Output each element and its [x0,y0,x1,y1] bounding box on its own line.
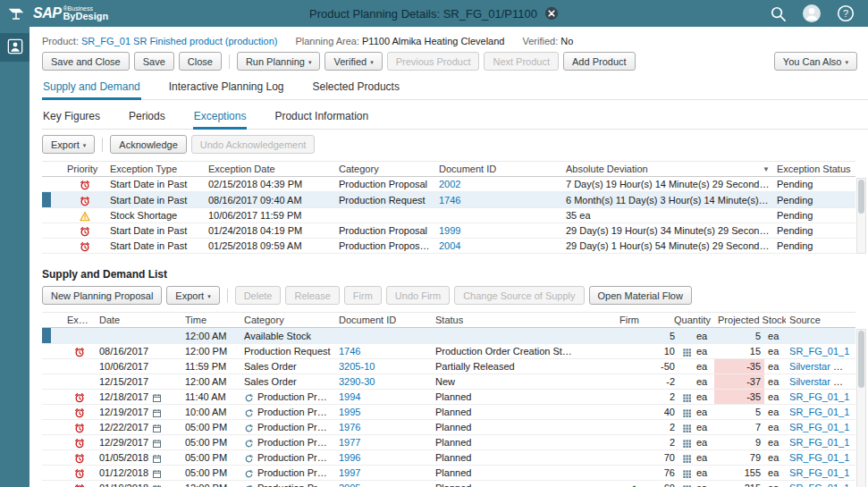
tab-selected-products[interactable]: Selected Products [312,76,400,100]
document-id-link[interactable]: 1976 [339,422,360,432]
document-id-link[interactable]: 1746 [339,346,360,357]
avatar[interactable] [802,4,822,23]
document-id-link[interactable]: 1994 [339,391,360,402]
release-button[interactable]: Release [285,286,339,305]
col-absolute-deviation[interactable]: Absolute Deviation▼ [562,162,773,177]
col-priority[interactable]: Priority [63,162,106,177]
previous-product-button[interactable]: Previous Product [387,52,480,71]
col-exception[interactable]: Except... [63,313,96,328]
supply-row[interactable]: 12/29/201705:00 PMProduction Proposal197… [42,435,855,450]
exceptions-vertical-scrollbar[interactable] [856,178,866,254]
undo-firm-button[interactable]: Undo Firm [386,286,450,305]
supply-vertical-scrollbar[interactable] [856,329,866,487]
verified-button[interactable]: Verified▾ [324,52,382,71]
col-quantity[interactable]: Quantity [643,313,714,328]
subtab-product-information[interactable]: Product Information [274,105,369,130]
save-button[interactable]: Save [134,52,174,71]
col-document-id[interactable]: Document ID [335,313,432,328]
supply-row[interactable]: 01/12/201805:00 PMProduction Proposal199… [42,466,855,481]
col-document-id[interactable]: Document ID [435,162,562,177]
source-link[interactable]: SR_FG_01_1 [789,422,849,432]
filter-icon[interactable]: ▼ [763,165,770,173]
supply-row[interactable]: 12/19/201710:00 AMProduction Proposal199… [42,405,855,420]
document-id-cell: 1999 [435,223,562,239]
undo-acknowledgement-button[interactable]: Undo Acknowledgement [191,135,316,154]
feed-icon[interactable] [7,4,25,22]
source-link[interactable]: SR_FG_01_1 [789,483,849,487]
supply-row[interactable]: 08/16/201712:00 PMProduction Request1746… [42,344,855,359]
document-id-link[interactable]: 2002 [439,179,460,189]
firm-button[interactable]: Firm [344,286,382,305]
col-exception-type[interactable]: Exception Type [106,162,205,177]
document-id-link[interactable]: 1995 [339,407,360,417]
supply-row[interactable]: 12/18/201711:40 AMProduction Proposal199… [42,390,855,405]
close-button[interactable]: Close [179,52,222,71]
close-icon[interactable] [544,6,559,21]
document-id-link[interactable]: 1977 [339,437,360,448]
subtab-periods[interactable]: Periods [128,105,166,130]
exception-row[interactable]: Start Date in Past01/24/2018 04:19 PMPro… [42,223,855,239]
change-source-of-supply-button[interactable]: Change Source of Supply [454,286,584,305]
document-id-link[interactable]: 3290-30 [339,376,375,387]
sidebar-item-planning[interactable] [0,33,29,62]
col-source[interactable]: Source [786,313,855,328]
document-id-link[interactable]: 1746 [439,195,460,206]
document-id-link[interactable]: 3205-10 [339,361,375,372]
exception-row[interactable]: Start Date in Past08/16/2017 09:40 AMPro… [42,192,855,208]
acknowledge-button[interactable]: Acknowledge [110,135,186,154]
supply-row[interactable]: 12/22/201705:00 PMProduction Proposal197… [42,420,855,435]
source-link[interactable]: SR_FG_01_1 [789,467,849,478]
scrollbar-thumb[interactable] [858,331,864,388]
help-icon[interactable]: ? [837,4,855,22]
save-and-close-button[interactable]: Save and Close [42,52,130,71]
delete-button[interactable]: Delete [235,286,282,305]
source-link[interactable]: Silverstar Whol... [789,361,855,372]
tab-supply-and-demand[interactable]: Supply and Demand [42,76,141,100]
source-link[interactable]: SR_FG_01_1 [789,346,849,357]
select-all-header[interactable] [42,313,63,328]
supply-row[interactable]: 12/15/201712:00 AMSales Order3290-30New-… [42,374,855,390]
document-id-link[interactable]: 1999 [439,225,460,236]
supply-row[interactable]: 01/19/201812:00 PMProduction Proposal (F… [42,481,855,487]
document-id-link[interactable]: 2005 [339,483,360,487]
subtab-key-figures[interactable]: Key Figures [42,105,101,130]
col-date[interactable]: Date [96,313,181,328]
you-can-also-button[interactable]: You Can Also▾ [774,52,857,71]
source-link[interactable]: SR_FG_01_1 [789,407,849,417]
exception-row[interactable]: Start Date in Past02/15/2018 04:39 PMPro… [42,177,855,192]
document-id-link[interactable]: 1997 [339,467,360,478]
col-category[interactable]: Category [240,313,335,328]
supply-row[interactable]: 12:00 AMAvailable Stock5ea5ea [42,328,855,344]
document-id-link[interactable]: 1996 [339,452,360,463]
add-product-button[interactable]: Add Product [563,52,636,71]
next-product-button[interactable]: Next Product [484,52,559,71]
source-link[interactable]: SR_FG_01_1 [789,391,849,402]
document-id-link[interactable]: 2004 [439,240,460,251]
new-planning-proposal-button[interactable]: New Planning Proposal [42,286,162,305]
supply-row[interactable]: 01/05/201805:00 PMProduction Proposal199… [42,450,855,466]
open-material-flow-button[interactable]: Open Material Flow [589,286,692,305]
col-category[interactable]: Category [335,162,435,177]
select-all-header[interactable] [42,162,63,177]
source-link[interactable]: SR_FG_01_1 [789,452,849,463]
run-planning-button[interactable]: Run Planning▾ [237,52,321,71]
exception-row[interactable]: Stock Shortage10/06/2017 11:59 PM35 eaPe… [42,208,855,223]
tab-interactive-planning-log[interactable]: Interactive Planning Log [168,76,285,100]
col-status[interactable]: Status [432,313,580,328]
document-id-cell: 1996 [335,450,432,466]
export-button[interactable]: Export▾ [42,135,95,154]
col-time[interactable]: Time [181,313,240,328]
exception-row[interactable]: Start Date in Past01/25/2018 09:59 AMPro… [42,239,855,254]
supply-row[interactable]: 10/06/201711:59 PMSales Order3205-10Part… [42,359,855,374]
product-link[interactable]: SR_FG_01 SR Finished product (production… [81,36,278,46]
col-exception-date[interactable]: Exception Date [205,162,335,177]
col-projected-stock[interactable]: Projected Stock [714,313,786,328]
search-icon[interactable] [770,5,787,22]
export-button[interactable]: Export▾ [166,286,219,305]
col-firm[interactable]: Firm [580,313,643,328]
source-link[interactable]: SR_FG_01_1 [789,437,849,448]
subtab-exceptions[interactable]: Exceptions [193,105,248,130]
source-link[interactable]: Silverstar Whol... [789,376,855,387]
col-exception-status[interactable]: Exception Status [773,162,855,177]
scrollbar-thumb[interactable] [858,180,864,214]
